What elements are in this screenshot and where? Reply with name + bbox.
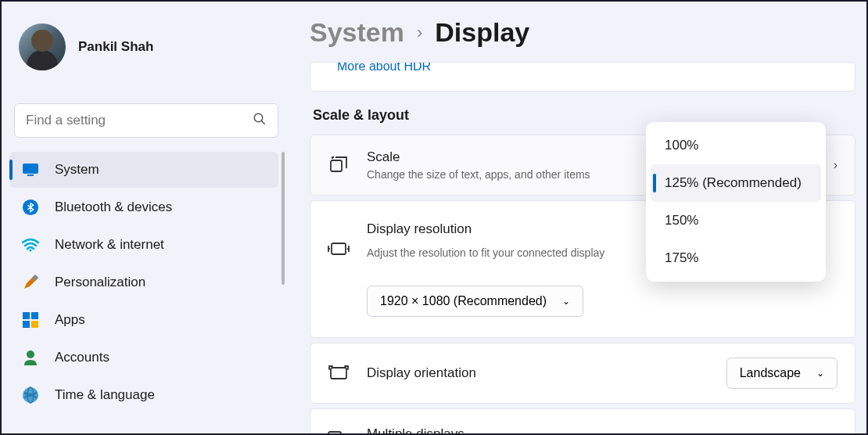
sidebar-item-bluetooth[interactable]: Bluetooth & devices bbox=[9, 189, 278, 225]
scale-desc: Change the size of text, apps, and other… bbox=[367, 168, 643, 181]
svg-rect-10 bbox=[31, 321, 38, 328]
bluetooth-icon bbox=[22, 199, 39, 216]
resolution-icon bbox=[328, 239, 350, 261]
breadcrumb-current: Display bbox=[435, 17, 529, 48]
sidebar-item-label: Time & language bbox=[55, 387, 155, 403]
scale-option-175[interactable]: 175% bbox=[651, 239, 821, 277]
sidebar-nav: System Bluetooth & devices Network & int… bbox=[9, 152, 283, 413]
svg-rect-8 bbox=[31, 312, 38, 319]
svg-rect-9 bbox=[23, 321, 30, 328]
search-input-wrapper[interactable] bbox=[14, 103, 278, 138]
scale-option-150[interactable]: 150% bbox=[651, 202, 821, 239]
sidebar-item-label: System bbox=[55, 162, 99, 178]
scale-dropdown-popup: 100% 125% (Recommended) 150% 175% bbox=[646, 122, 826, 282]
scale-option-100[interactable]: 100% bbox=[651, 127, 821, 164]
sidebar-item-apps[interactable]: Apps bbox=[9, 302, 278, 338]
chevron-down-icon: ⌄ bbox=[562, 296, 570, 307]
orientation-row: Display orientation Landscape ⌄ bbox=[310, 343, 855, 404]
avatar bbox=[19, 23, 66, 70]
chevron-right-icon: › bbox=[834, 158, 838, 172]
svg-rect-7 bbox=[23, 312, 30, 319]
chevron-right-icon: › bbox=[417, 23, 422, 43]
svg-point-0 bbox=[254, 113, 263, 122]
person-icon bbox=[22, 349, 39, 366]
svg-point-11 bbox=[27, 351, 34, 358]
sidebar-item-personalization[interactable]: Personalization bbox=[9, 264, 278, 300]
brush-icon bbox=[22, 274, 39, 291]
orientation-icon bbox=[328, 362, 350, 384]
svg-rect-2 bbox=[23, 164, 38, 174]
breadcrumb-parent[interactable]: System bbox=[310, 17, 404, 48]
resolution-dropdown[interactable]: 1920 × 1080 (Recommended) ⌄ bbox=[367, 286, 583, 317]
sidebar-item-accounts[interactable]: Accounts bbox=[9, 340, 278, 376]
orientation-dropdown[interactable]: Landscape ⌄ bbox=[726, 358, 838, 389]
sidebar-item-label: Accounts bbox=[55, 350, 109, 365]
svg-rect-17 bbox=[328, 432, 341, 433]
globe-icon bbox=[22, 386, 39, 404]
scale-option-125[interactable]: 125% (Recommended) bbox=[651, 164, 821, 202]
sidebar-scrollbar[interactable] bbox=[282, 152, 285, 285]
hdr-link[interactable]: More about HDR bbox=[337, 62, 431, 73]
multiple-displays-icon bbox=[328, 426, 350, 433]
hdr-card[interactable]: More about HDR bbox=[310, 62, 855, 92]
monitor-icon bbox=[22, 161, 39, 178]
scale-title: Scale bbox=[367, 149, 643, 165]
svg-rect-15 bbox=[332, 243, 346, 254]
sidebar-item-label: Apps bbox=[55, 312, 85, 328]
sidebar-item-label: Bluetooth & devices bbox=[55, 200, 172, 215]
user-name: Pankil Shah bbox=[78, 39, 153, 55]
sidebar-item-time-language[interactable]: Time & language bbox=[9, 377, 278, 413]
sidebar-item-system[interactable]: System bbox=[9, 152, 278, 188]
sidebar-item-label: Network & internet bbox=[55, 237, 164, 253]
sidebar-item-label: Personalization bbox=[55, 275, 145, 290]
multiple-displays-row[interactable]: Multiple displays bbox=[310, 408, 855, 433]
apps-icon bbox=[22, 311, 39, 329]
search-icon bbox=[253, 112, 267, 129]
svg-rect-14 bbox=[331, 160, 342, 171]
sidebar-item-network[interactable]: Network & internet bbox=[9, 227, 278, 263]
user-profile[interactable]: Pankil Shah bbox=[9, 16, 283, 89]
svg-line-1 bbox=[261, 120, 265, 124]
resolution-value: 1920 × 1080 (Recommended) bbox=[380, 294, 547, 308]
search-input[interactable] bbox=[26, 113, 253, 128]
chevron-down-icon: ⌄ bbox=[816, 368, 824, 379]
svg-rect-16 bbox=[331, 368, 346, 379]
svg-rect-3 bbox=[27, 174, 34, 176]
wifi-icon bbox=[22, 236, 39, 253]
svg-point-5 bbox=[30, 250, 32, 252]
orientation-title: Display orientation bbox=[367, 365, 476, 381]
orientation-value: Landscape bbox=[740, 366, 801, 380]
multiple-displays-title: Multiple displays bbox=[367, 426, 464, 433]
scale-icon bbox=[328, 154, 350, 176]
breadcrumb: System › Display bbox=[310, 17, 855, 48]
section-scale-layout: Scale & layout bbox=[313, 107, 855, 124]
